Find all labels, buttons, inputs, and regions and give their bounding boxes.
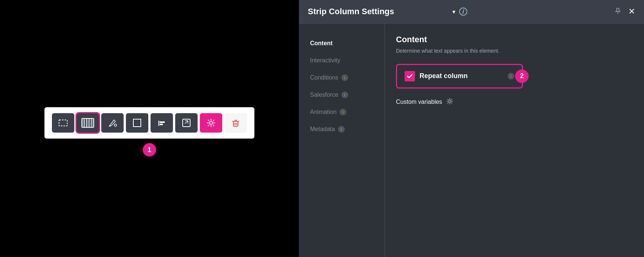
close-icon[interactable]: ✕: [628, 7, 635, 16]
nav-item-conditions[interactable]: Conditions i: [299, 69, 384, 86]
svg-point-23: [449, 100, 451, 102]
svg-rect-14: [183, 119, 190, 127]
panel-body: Content Interactivity Conditions i Sales…: [299, 24, 644, 257]
svg-rect-3: [86, 118, 89, 127]
metadata-info-icon: i: [338, 126, 345, 133]
nav-item-interactivity[interactable]: Interactivity: [299, 52, 384, 69]
toolbar-wrapper: 1: [44, 107, 254, 150]
svg-rect-0: [59, 120, 67, 126]
tool-btn-filmstrip[interactable]: [77, 113, 99, 133]
tool-btn-frame[interactable]: [126, 113, 148, 133]
conditions-info-icon: i: [341, 74, 348, 81]
tool-btn-export[interactable]: [175, 113, 198, 133]
nav-label-animation: Animation: [310, 109, 337, 115]
custom-variables-row: Custom variables: [396, 97, 633, 107]
nav-label-content: Content: [310, 40, 332, 47]
nav-item-metadata[interactable]: Metadata i: [299, 121, 384, 138]
pin-icon[interactable]: [614, 7, 622, 16]
nav-item-salesforce[interactable]: Salesforce i: [299, 86, 384, 103]
chevron-down-icon[interactable]: ▾: [452, 8, 455, 15]
repeat-column-box[interactable]: Repeat column i 2: [396, 64, 523, 89]
svg-rect-12: [160, 121, 165, 123]
toolbar-card: [44, 107, 254, 139]
svg-rect-2: [82, 118, 84, 127]
panel-title: Strip Column Settings: [308, 7, 447, 16]
nav-label-metadata: Metadata: [310, 126, 335, 133]
panel-nav: Content Interactivity Conditions i Sales…: [299, 24, 385, 257]
left-area: 1: [0, 0, 299, 257]
right-panel: Strip Column Settings ▾ i ✕ Content Inte…: [299, 0, 644, 257]
animation-info-icon: i: [340, 109, 346, 115]
svg-rect-10: [133, 119, 141, 127]
tool-btn-gear[interactable]: [200, 113, 222, 133]
salesforce-info-icon: i: [341, 92, 348, 98]
badge-1: 1: [143, 143, 156, 157]
nav-item-content[interactable]: Content: [299, 35, 384, 52]
repeat-column-info-icon: i: [508, 73, 514, 80]
tool-btn-align-left[interactable]: [151, 113, 173, 133]
custom-variables-label: Custom variables: [396, 99, 442, 105]
tool-btn-dashed-rect[interactable]: [52, 113, 74, 133]
tool-btn-fill[interactable]: [101, 113, 124, 133]
repeat-column-checkbox[interactable]: [405, 71, 415, 81]
repeat-column-label: Repeat column: [419, 72, 503, 80]
custom-variables-gear-button[interactable]: [446, 97, 453, 107]
nav-label-conditions: Conditions: [310, 74, 338, 81]
info-icon[interactable]: i: [459, 7, 467, 16]
svg-point-15: [210, 121, 213, 124]
svg-rect-13: [160, 124, 163, 125]
nav-label-salesforce: Salesforce: [310, 92, 338, 98]
nav-label-interactivity: Interactivity: [310, 57, 340, 64]
tool-btn-trash[interactable]: [225, 113, 247, 133]
svg-point-9: [114, 124, 117, 126]
badge-2: 2: [515, 69, 529, 83]
content-title: Content: [396, 35, 633, 44]
panel-content: Content Determine what text appears in t…: [385, 24, 644, 257]
nav-item-animation[interactable]: Animation i: [299, 103, 384, 121]
panel-header: Strip Column Settings ▾ i ✕: [299, 0, 644, 24]
svg-rect-4: [91, 118, 94, 127]
content-description: Determine what text appears in this elem…: [396, 47, 508, 55]
